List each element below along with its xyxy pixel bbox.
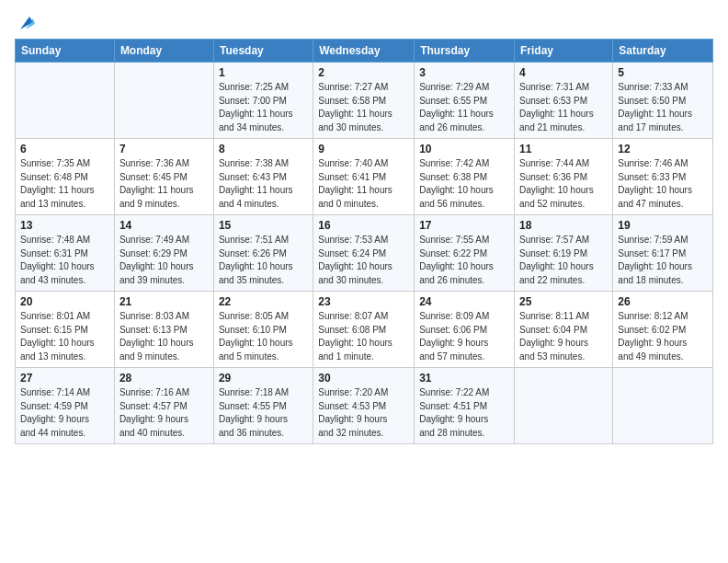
day-info: Sunrise: 7:25 AM Sunset: 7:00 PM Dayligh… xyxy=(219,81,308,134)
calendar-cell: 7Sunrise: 7:36 AM Sunset: 6:45 PM Daylig… xyxy=(114,139,213,215)
calendar-cell: 30Sunrise: 7:20 AM Sunset: 4:53 PM Dayli… xyxy=(313,368,415,444)
day-number: 10 xyxy=(419,143,509,155)
day-number: 21 xyxy=(119,295,209,308)
day-number: 12 xyxy=(618,143,708,155)
day-info: Sunrise: 8:07 AM Sunset: 6:08 PM Dayligh… xyxy=(318,310,409,363)
day-number: 3 xyxy=(419,66,509,79)
calendar-cell: 15Sunrise: 7:51 AM Sunset: 6:26 PM Dayli… xyxy=(213,215,313,292)
calendar-cell: 10Sunrise: 7:42 AM Sunset: 6:38 PM Dayli… xyxy=(415,139,515,215)
calendar-cell: 22Sunrise: 8:05 AM Sunset: 6:10 PM Dayli… xyxy=(213,292,313,368)
calendar-table: SundayMondayTuesdayWednesdayThursdayFrid… xyxy=(15,39,713,444)
calendar-cell: 11Sunrise: 7:44 AM Sunset: 6:36 PM Dayli… xyxy=(515,139,613,215)
calendar-week-row: 27Sunrise: 7:14 AM Sunset: 4:59 PM Dayli… xyxy=(16,368,713,444)
calendar-cell: 26Sunrise: 8:12 AM Sunset: 6:02 PM Dayli… xyxy=(613,292,713,368)
day-of-week-header: Saturday xyxy=(613,40,713,63)
calendar-cell: 20Sunrise: 8:01 AM Sunset: 6:15 PM Dayli… xyxy=(16,292,115,368)
day-number: 7 xyxy=(119,143,209,155)
day-info: Sunrise: 7:16 AM Sunset: 4:57 PM Dayligh… xyxy=(119,386,209,440)
day-number: 31 xyxy=(419,372,509,385)
day-info: Sunrise: 7:38 AM Sunset: 6:43 PM Dayligh… xyxy=(219,157,308,211)
calendar-cell: 23Sunrise: 8:07 AM Sunset: 6:08 PM Dayli… xyxy=(313,292,415,368)
page: SundayMondayTuesdayWednesdayThursdayFrid… xyxy=(0,0,728,454)
day-number: 30 xyxy=(318,372,409,385)
calendar-cell: 3Sunrise: 7:29 AM Sunset: 6:55 PM Daylig… xyxy=(415,63,515,139)
calendar-cell: 4Sunrise: 7:31 AM Sunset: 6:53 PM Daylig… xyxy=(515,63,613,139)
day-of-week-header: Friday xyxy=(515,40,613,63)
day-number: 24 xyxy=(419,295,509,308)
day-number: 11 xyxy=(519,143,608,155)
day-info: Sunrise: 7:18 AM Sunset: 4:55 PM Dayligh… xyxy=(219,386,308,440)
calendar-cell xyxy=(114,63,213,139)
day-number: 18 xyxy=(519,219,608,232)
calendar-cell: 17Sunrise: 7:55 AM Sunset: 6:22 PM Dayli… xyxy=(415,215,515,292)
day-number: 8 xyxy=(219,143,308,155)
calendar-cell: 9Sunrise: 7:40 AM Sunset: 6:41 PM Daylig… xyxy=(313,139,415,215)
day-number: 14 xyxy=(119,219,209,232)
day-info: Sunrise: 8:12 AM Sunset: 6:02 PM Dayligh… xyxy=(618,310,708,363)
header xyxy=(15,9,713,33)
day-info: Sunrise: 7:59 AM Sunset: 6:17 PM Dayligh… xyxy=(618,234,708,287)
day-info: Sunrise: 7:36 AM Sunset: 6:45 PM Dayligh… xyxy=(119,157,209,211)
logo-icon xyxy=(17,13,37,33)
day-info: Sunrise: 7:48 AM Sunset: 6:31 PM Dayligh… xyxy=(20,234,109,287)
calendar-cell: 2Sunrise: 7:27 AM Sunset: 6:58 PM Daylig… xyxy=(313,63,415,139)
calendar-cell: 14Sunrise: 7:49 AM Sunset: 6:29 PM Dayli… xyxy=(114,215,213,292)
day-number: 13 xyxy=(20,219,109,232)
day-info: Sunrise: 8:03 AM Sunset: 6:13 PM Dayligh… xyxy=(119,310,209,363)
calendar-week-row: 20Sunrise: 8:01 AM Sunset: 6:15 PM Dayli… xyxy=(16,292,713,368)
day-info: Sunrise: 7:20 AM Sunset: 4:53 PM Dayligh… xyxy=(318,386,409,440)
day-info: Sunrise: 7:42 AM Sunset: 6:38 PM Dayligh… xyxy=(419,157,509,211)
calendar-cell: 8Sunrise: 7:38 AM Sunset: 6:43 PM Daylig… xyxy=(213,139,313,215)
day-info: Sunrise: 7:53 AM Sunset: 6:24 PM Dayligh… xyxy=(318,234,409,287)
calendar-cell: 29Sunrise: 7:18 AM Sunset: 4:55 PM Dayli… xyxy=(213,368,313,444)
day-number: 16 xyxy=(318,219,409,232)
calendar-cell: 27Sunrise: 7:14 AM Sunset: 4:59 PM Dayli… xyxy=(16,368,115,444)
calendar-cell: 13Sunrise: 7:48 AM Sunset: 6:31 PM Dayli… xyxy=(16,215,115,292)
calendar-cell: 24Sunrise: 8:09 AM Sunset: 6:06 PM Dayli… xyxy=(415,292,515,368)
day-info: Sunrise: 7:27 AM Sunset: 6:58 PM Dayligh… xyxy=(318,81,409,134)
calendar-cell: 1Sunrise: 7:25 AM Sunset: 7:00 PM Daylig… xyxy=(213,63,313,139)
day-number: 20 xyxy=(20,295,109,308)
day-info: Sunrise: 7:29 AM Sunset: 6:55 PM Dayligh… xyxy=(419,81,509,134)
day-info: Sunrise: 7:22 AM Sunset: 4:51 PM Dayligh… xyxy=(419,386,509,440)
day-number: 4 xyxy=(519,66,608,79)
day-info: Sunrise: 7:40 AM Sunset: 6:41 PM Dayligh… xyxy=(318,157,409,211)
day-number: 29 xyxy=(219,372,308,385)
calendar-week-row: 1Sunrise: 7:25 AM Sunset: 7:00 PM Daylig… xyxy=(16,63,713,139)
calendar-cell: 12Sunrise: 7:46 AM Sunset: 6:33 PM Dayli… xyxy=(613,139,713,215)
day-number: 25 xyxy=(519,295,608,308)
calendar-cell: 18Sunrise: 7:57 AM Sunset: 6:19 PM Dayli… xyxy=(515,215,613,292)
calendar-cell: 19Sunrise: 7:59 AM Sunset: 6:17 PM Dayli… xyxy=(613,215,713,292)
calendar-cell: 31Sunrise: 7:22 AM Sunset: 4:51 PM Dayli… xyxy=(415,368,515,444)
day-number: 27 xyxy=(20,372,109,385)
day-number: 19 xyxy=(618,219,708,232)
day-number: 1 xyxy=(219,66,308,79)
calendar-cell: 16Sunrise: 7:53 AM Sunset: 6:24 PM Dayli… xyxy=(313,215,415,292)
day-info: Sunrise: 7:14 AM Sunset: 4:59 PM Dayligh… xyxy=(20,386,109,440)
calendar-header-row: SundayMondayTuesdayWednesdayThursdayFrid… xyxy=(16,40,713,63)
calendar-week-row: 6Sunrise: 7:35 AM Sunset: 6:48 PM Daylig… xyxy=(16,139,713,215)
day-number: 9 xyxy=(318,143,409,155)
day-info: Sunrise: 8:11 AM Sunset: 6:04 PM Dayligh… xyxy=(519,310,608,363)
calendar-cell: 6Sunrise: 7:35 AM Sunset: 6:48 PM Daylig… xyxy=(16,139,115,215)
day-number: 6 xyxy=(20,143,109,155)
day-info: Sunrise: 7:55 AM Sunset: 6:22 PM Dayligh… xyxy=(419,234,509,287)
day-number: 15 xyxy=(219,219,308,232)
day-of-week-header: Sunday xyxy=(16,40,115,63)
day-info: Sunrise: 7:51 AM Sunset: 6:26 PM Dayligh… xyxy=(219,234,308,287)
calendar-cell xyxy=(515,368,613,444)
calendar-week-row: 13Sunrise: 7:48 AM Sunset: 6:31 PM Dayli… xyxy=(16,215,713,292)
calendar-cell: 28Sunrise: 7:16 AM Sunset: 4:57 PM Dayli… xyxy=(114,368,213,444)
day-number: 23 xyxy=(318,295,409,308)
logo xyxy=(15,13,37,33)
day-info: Sunrise: 8:09 AM Sunset: 6:06 PM Dayligh… xyxy=(419,310,509,363)
day-info: Sunrise: 7:35 AM Sunset: 6:48 PM Dayligh… xyxy=(20,157,109,211)
day-number: 26 xyxy=(618,295,708,308)
day-of-week-header: Tuesday xyxy=(213,40,313,63)
calendar-cell: 21Sunrise: 8:03 AM Sunset: 6:13 PM Dayli… xyxy=(114,292,213,368)
day-number: 17 xyxy=(419,219,509,232)
day-number: 22 xyxy=(219,295,308,308)
day-info: Sunrise: 7:33 AM Sunset: 6:50 PM Dayligh… xyxy=(618,81,708,134)
day-info: Sunrise: 7:57 AM Sunset: 6:19 PM Dayligh… xyxy=(519,234,608,287)
day-of-week-header: Monday xyxy=(114,40,213,63)
